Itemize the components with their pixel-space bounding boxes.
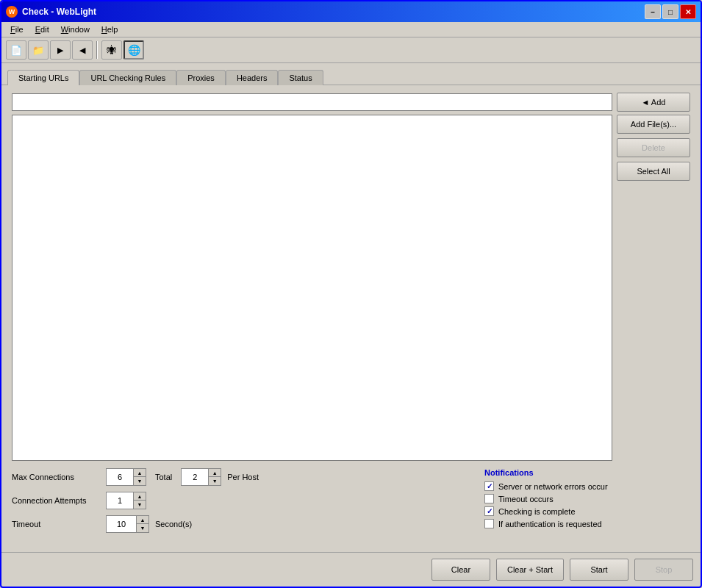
per-host-input[interactable] bbox=[182, 469, 208, 485]
timeout-spinbox: ▲ ▼ bbox=[106, 515, 149, 533]
url-input-row: ◄ Add bbox=[7, 85, 695, 115]
per-host-spinbox: ▲ ▼ bbox=[181, 468, 221, 486]
toolbar-new[interactable]: 📄 bbox=[6, 40, 26, 60]
timeout-row: Timeout ▲ ▼ Second(s) bbox=[12, 515, 470, 533]
toolbar-separator bbox=[96, 41, 98, 59]
url-listbox[interactable] bbox=[12, 115, 612, 461]
seconds-label: Second(s) bbox=[155, 520, 192, 528]
per-host-label: Per Host bbox=[227, 473, 259, 481]
toolbar-back[interactable]: ◀ bbox=[72, 40, 93, 60]
per-host-spin-buttons: ▲ ▼ bbox=[208, 469, 221, 485]
tab-headers[interactable]: Headers bbox=[226, 70, 279, 85]
title-bar-left: W Check - WebLight bbox=[6, 6, 96, 18]
total-spin-buttons: ▲ ▼ bbox=[133, 469, 146, 485]
url-input[interactable] bbox=[12, 93, 612, 111]
stop-button[interactable]: Stop bbox=[634, 559, 693, 581]
notification-timeout-label: Timeout occurs bbox=[498, 495, 554, 503]
minimize-button[interactable]: – bbox=[645, 4, 661, 19]
select-all-button[interactable]: Select All bbox=[617, 162, 690, 181]
notification-timeout: ✓ Timeout occurs bbox=[484, 494, 690, 503]
toolbar: 📄 📁 ▶ ◀ 🕷 🌐 bbox=[1, 37, 701, 63]
toolbar-forward[interactable]: ▶ bbox=[50, 40, 71, 60]
toolbar-open[interactable]: 📁 bbox=[28, 40, 49, 60]
window-controls: – □ ✕ bbox=[645, 4, 696, 19]
attempts-spin-up[interactable]: ▲ bbox=[134, 492, 146, 501]
max-connections-row: Max Connections ▲ ▼ Total ▲ ▼ bbox=[12, 468, 470, 486]
timeout-label: Timeout bbox=[12, 520, 100, 528]
bottom-section: Max Connections ▲ ▼ Total ▲ ▼ bbox=[7, 461, 695, 546]
attempts-spin-down[interactable]: ▼ bbox=[134, 501, 146, 509]
window-title: Check - WebLight bbox=[22, 7, 96, 17]
notification-authentication: ✓ If authentication is requested bbox=[484, 519, 690, 528]
connection-attempts-label: Connection Attempts bbox=[12, 496, 100, 505]
side-buttons-list: Add File(s)... Delete Select All bbox=[617, 115, 690, 461]
notifications-title: Notifications bbox=[484, 468, 690, 477]
total-label: Total bbox=[155, 473, 172, 481]
tab-status[interactable]: Status bbox=[278, 70, 323, 85]
timeout-spin-buttons: ▲ ▼ bbox=[136, 516, 148, 532]
timeout-spin-up[interactable]: ▲ bbox=[137, 516, 148, 524]
menu-edit[interactable]: Edit bbox=[29, 24, 55, 35]
timeout-input[interactable] bbox=[107, 516, 136, 532]
total-connections-spinbox: ▲ ▼ bbox=[106, 468, 146, 486]
start-button[interactable]: Start bbox=[570, 559, 628, 581]
tab-starting-urls[interactable]: Starting URLs bbox=[7, 70, 79, 85]
notification-checking-complete: ✓ Checking is complete bbox=[484, 506, 690, 516]
toolbar-spider[interactable]: 🕷 bbox=[101, 40, 122, 60]
toolbar-weblight[interactable]: 🌐 bbox=[123, 40, 144, 60]
notification-server-errors-label: Server or network errors occur bbox=[498, 482, 608, 491]
notification-server-errors: ✓ Server or network errors occur bbox=[484, 481, 690, 491]
clear-button[interactable]: Clear bbox=[431, 559, 490, 581]
tabs-container: Starting URLs URL Checking Rules Proxies… bbox=[1, 63, 701, 85]
menubar: File Edit Window Help bbox=[1, 22, 701, 37]
checkmark-checking-complete: ✓ bbox=[487, 507, 493, 515]
checkbox-timeout[interactable]: ✓ bbox=[484, 494, 494, 503]
menu-window[interactable]: Window bbox=[55, 24, 96, 35]
main-window: W Check - WebLight – □ ✕ File Edit Windo… bbox=[0, 0, 702, 588]
add-files-button[interactable]: Add File(s)... bbox=[617, 115, 690, 134]
timeout-spin-down[interactable]: ▼ bbox=[137, 524, 148, 532]
checkbox-authentication[interactable]: ✓ bbox=[484, 519, 494, 528]
close-button[interactable]: ✕ bbox=[680, 4, 696, 19]
side-buttons-top: ◄ Add bbox=[617, 93, 690, 112]
maximize-button[interactable]: □ bbox=[662, 4, 678, 19]
total-spin-down[interactable]: ▼ bbox=[134, 477, 146, 485]
app-icon: W bbox=[6, 6, 18, 18]
url-list-area: Add File(s)... Delete Select All bbox=[7, 115, 695, 461]
per-host-spin-up[interactable]: ▲ bbox=[209, 469, 221, 477]
checkbox-checking-complete[interactable]: ✓ bbox=[484, 506, 494, 516]
attempts-spin-buttons: ▲ ▼ bbox=[133, 492, 146, 509]
notifications-section: Notifications ✓ Server or network errors… bbox=[484, 468, 690, 539]
tab-proxies[interactable]: Proxies bbox=[176, 70, 226, 85]
max-connections-label: Max Connections bbox=[12, 473, 100, 481]
title-bar: W Check - WebLight – □ ✕ bbox=[1, 1, 701, 22]
checkmark-server-errors: ✓ bbox=[487, 482, 493, 490]
total-spin-up[interactable]: ▲ bbox=[134, 469, 146, 477]
delete-button[interactable]: Delete bbox=[617, 138, 690, 157]
menu-help[interactable]: Help bbox=[96, 24, 124, 35]
notification-checking-complete-label: Checking is complete bbox=[498, 507, 576, 516]
connection-attempts-input[interactable] bbox=[107, 492, 133, 509]
tab-url-checking-rules[interactable]: URL Checking Rules bbox=[79, 70, 176, 85]
clear-start-button[interactable]: Clear + Start bbox=[496, 559, 564, 581]
connection-attempts-spinbox: ▲ ▼ bbox=[106, 492, 146, 509]
settings-left: Max Connections ▲ ▼ Total ▲ ▼ bbox=[12, 468, 470, 539]
connection-attempts-row: Connection Attempts ▲ ▼ bbox=[12, 492, 470, 509]
footer-buttons: Clear Clear + Start Start Stop bbox=[1, 552, 701, 587]
main-content: ◄ Add Add File(s)... Delete Select All M… bbox=[1, 85, 701, 552]
per-host-spin-down[interactable]: ▼ bbox=[209, 477, 221, 485]
notification-authentication-label: If authentication is requested bbox=[498, 520, 602, 528]
menu-file[interactable]: File bbox=[4, 24, 29, 35]
add-url-button[interactable]: ◄ Add bbox=[617, 93, 690, 112]
checkbox-server-errors[interactable]: ✓ bbox=[484, 481, 494, 491]
total-connections-input[interactable] bbox=[107, 469, 133, 485]
